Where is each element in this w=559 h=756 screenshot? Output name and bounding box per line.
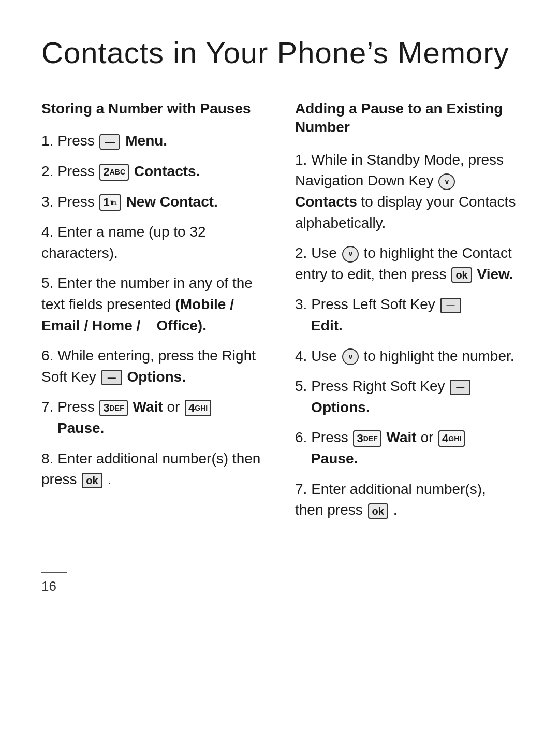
left-step-7: 7. Press 3DEF Wait or 4GHI Pause. bbox=[41, 397, 264, 439]
right-step-1: 1. While in Standby Mode, press Navigati… bbox=[295, 150, 518, 234]
right-steps: 1. While in Standby Mode, press Navigati… bbox=[295, 150, 518, 521]
key-3def-icon: 3DEF bbox=[99, 400, 127, 416]
key-3def-icon-r: 3DEF bbox=[353, 430, 381, 447]
right-soft-key-icon-2: — bbox=[450, 380, 470, 395]
r-step-2-view: View. bbox=[477, 266, 513, 282]
step-4-text: 4. Enter a name (up to 32 characters). bbox=[41, 224, 206, 261]
ok-key-icon: ok bbox=[82, 473, 102, 488]
left-soft-key-icon: — bbox=[440, 298, 461, 313]
step-num: 1. Press bbox=[41, 133, 98, 149]
left-steps: 1. Press — Menu. 2. Press 2ABC Contacts.… bbox=[41, 130, 264, 490]
r-step-6-or: or bbox=[420, 429, 437, 445]
step-7-text: 7. Press bbox=[41, 399, 98, 415]
r-step-3-edit: Edit. bbox=[295, 317, 343, 333]
r-step-4-text: 4. Use bbox=[295, 348, 341, 364]
step-7-pause: Pause. bbox=[41, 420, 104, 436]
ok-key-icon-2: ok bbox=[451, 267, 472, 283]
step-2-label: Contacts. bbox=[134, 163, 200, 179]
main-content: Storing a Number with Pauses 1. Press — … bbox=[41, 99, 518, 530]
r-step-6-text: 6. Press bbox=[295, 429, 352, 445]
right-step-5: 5. Press Right Soft Key — Options. bbox=[295, 376, 518, 418]
left-step-2: 2. Press 2ABC Contacts. bbox=[41, 161, 264, 182]
right-step-2: 2. Use ∨ to highlight the Contact entry … bbox=[295, 243, 518, 285]
right-step-4: 4. Use ∨ to highlight the number. bbox=[295, 346, 518, 367]
page-title: Contacts in Your Phone’s Memory bbox=[41, 31, 518, 75]
step-7-or: or bbox=[167, 399, 184, 415]
left-column: Storing a Number with Pauses 1. Press — … bbox=[41, 99, 264, 500]
step-7-wait: Wait bbox=[133, 399, 163, 415]
step-1-label: Menu. bbox=[125, 133, 167, 149]
step-5-text: 5. Enter the number in any of the text f… bbox=[41, 275, 253, 333]
left-step-8: 8. Enter additional number(s) then press… bbox=[41, 448, 264, 490]
key-4ghi-icon-r: 4GHI bbox=[438, 430, 465, 447]
r-step-1-contacts: Contacts bbox=[295, 194, 357, 210]
r-step-2-text: 2. Use bbox=[295, 245, 341, 261]
r-step-5-text: 5. Press Right Soft Key bbox=[295, 378, 449, 394]
right-section-heading: Adding a Pause to an Existing Number bbox=[295, 99, 518, 137]
left-step-3: 3. Press 1℡ New Contact. bbox=[41, 192, 264, 213]
r-step-5-options: Options. bbox=[295, 399, 370, 415]
right-step-6: 6. Press 3DEF Wait or 4GHI Pause. bbox=[295, 427, 518, 469]
left-step-4: 4. Enter a name (up to 32 characters). bbox=[41, 222, 264, 264]
r-step-7-end: . bbox=[393, 502, 398, 518]
ok-key-icon-r: ok bbox=[368, 503, 388, 519]
r-step-4-end: to highlight the number. bbox=[363, 348, 514, 364]
left-step-1: 1. Press — Menu. bbox=[41, 130, 264, 152]
r-step-7-text: 7. Enter additional number(s), then pres… bbox=[295, 481, 486, 518]
right-step-7: 7. Enter additional number(s), then pres… bbox=[295, 479, 518, 521]
right-step-3: 3. Press Left Soft Key — Edit. bbox=[295, 294, 518, 336]
step-8-text: 8. Enter additional number(s) then press bbox=[41, 450, 260, 488]
left-step-6: 6. While entering, press the Right Soft … bbox=[41, 345, 264, 387]
nav-key-icon-4: ∨ bbox=[342, 348, 359, 365]
left-section-heading: Storing a Number with Pauses bbox=[41, 99, 264, 118]
step-8-end: . bbox=[107, 471, 111, 487]
right-soft-key-icon: — bbox=[101, 370, 122, 385]
page-number: 16 bbox=[41, 577, 518, 597]
step-num: 2. Press bbox=[41, 163, 98, 179]
r-step-3-text: 3. Press Left Soft Key bbox=[295, 296, 439, 312]
page-footer: 16 bbox=[41, 572, 518, 597]
step-6-label: Options. bbox=[127, 369, 186, 385]
step-3-label: New Contact. bbox=[126, 194, 218, 210]
menu-key-icon: — bbox=[99, 134, 120, 150]
right-column: Adding a Pause to an Existing Number 1. … bbox=[295, 99, 518, 530]
key-1-icon: 1℡ bbox=[99, 194, 121, 211]
key-2abc-icon: 2ABC bbox=[99, 164, 129, 180]
r-step-1-text: 1. While in Standby Mode, press Navigati… bbox=[295, 152, 504, 189]
nav-key-icon-2: ∨ bbox=[342, 246, 359, 263]
r-step-6-wait: Wait bbox=[387, 429, 417, 445]
r-step-6-pause: Pause. bbox=[295, 450, 358, 467]
footer-rule bbox=[41, 572, 67, 573]
step-num: 3. Press bbox=[41, 194, 98, 210]
left-step-5: 5. Enter the number in any of the text f… bbox=[41, 273, 264, 336]
nav-down-icon: ∨ bbox=[438, 173, 455, 190]
key-4ghi-icon: 4GHI bbox=[185, 400, 211, 416]
